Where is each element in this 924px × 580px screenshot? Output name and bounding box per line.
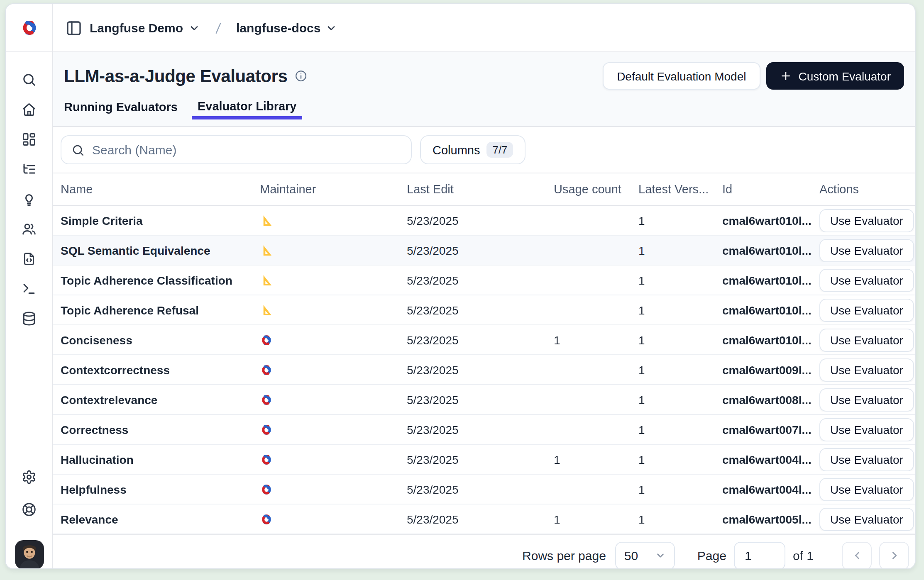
- custom-evaluator-button[interactable]: Custom Evaluator: [766, 62, 904, 90]
- use-evaluator-button[interactable]: Use Evaluator: [819, 388, 914, 411]
- org-switcher[interactable]: Langfuse Demo: [90, 21, 200, 35]
- evaluator-name: Correctness: [53, 423, 260, 436]
- actions-cell: Use Evaluator: [819, 328, 915, 351]
- use-evaluator-button[interactable]: Use Evaluator: [819, 298, 914, 322]
- latest-version-cell: 1: [638, 214, 722, 227]
- table-header-row: Name Maintainer Last Edit Usage count La…: [53, 173, 915, 206]
- evaluator-name: Hallucination: [53, 453, 260, 466]
- chevron-down-icon: [325, 22, 337, 34]
- actions-cell: Use Evaluator: [819, 418, 915, 441]
- evaluator-name: SQL Semantic Equivalence: [53, 244, 260, 257]
- maintainer-cell: [260, 393, 407, 406]
- chevron-down-icon: [188, 22, 200, 34]
- evaluator-name: Relevance: [53, 512, 260, 526]
- page-of-label: of 1: [793, 548, 814, 563]
- langfuse-maintainer-icon: [260, 333, 273, 346]
- table-toolbar: Columns 7/7: [61, 135, 904, 164]
- default-evaluation-model-button[interactable]: Default Evaluation Model: [603, 62, 760, 90]
- maintainer-cell: [260, 512, 407, 526]
- project-switcher[interactable]: langfuse-docs: [236, 21, 337, 35]
- table-row: Contextcorrectness 5/23/2025 1 cmal6wart…: [53, 355, 915, 385]
- home-icon[interactable]: [18, 99, 40, 120]
- latest-version-cell: 1: [638, 303, 722, 317]
- next-page-button[interactable]: [879, 541, 909, 569]
- rows-per-page-select[interactable]: 50: [615, 541, 675, 569]
- file-code-icon[interactable]: [18, 248, 40, 270]
- use-evaluator-button[interactable]: Use Evaluator: [819, 358, 914, 381]
- maintainer-cell: [260, 333, 407, 346]
- actions-cell: Use Evaluator: [819, 448, 915, 471]
- table-row: Topic Adherence Classification 5/23/2025…: [53, 266, 915, 295]
- latest-version-cell: 1: [638, 273, 722, 287]
- search-icon[interactable]: [18, 69, 40, 90]
- database-icon[interactable]: [18, 308, 40, 329]
- use-evaluator-button[interactable]: Use Evaluator: [819, 448, 914, 471]
- table-row: Correctness 5/23/2025 1 cmal6wart007l...…: [53, 415, 915, 445]
- latest-version-cell: 1: [638, 453, 722, 466]
- use-evaluator-button[interactable]: Use Evaluator: [819, 328, 914, 351]
- maintainer-cell: [260, 303, 407, 317]
- evaluator-id-cell: cmal6wart010l...: [722, 333, 819, 346]
- langfuse-maintainer-icon: [260, 393, 273, 406]
- app-card: Langfuse Demo langfuse-docs: [5, 3, 916, 569]
- actions-cell: Use Evaluator: [819, 239, 915, 262]
- panel-left-toggle-icon[interactable]: [66, 19, 82, 36]
- page-number-input[interactable]: [734, 541, 785, 569]
- life-buoy-icon[interactable]: [18, 499, 40, 520]
- table-row: Relevance 5/23/2025 1 1 cmal6wart005l...…: [53, 504, 915, 534]
- list-tree-icon[interactable]: [18, 158, 40, 180]
- users-icon[interactable]: [18, 218, 40, 240]
- usage-count-cell: 1: [554, 453, 638, 466]
- user-avatar[interactable]: [15, 540, 44, 569]
- latest-version-cell: 1: [638, 244, 722, 257]
- last-edit-cell: 5/23/2025: [407, 244, 554, 257]
- info-icon[interactable]: [295, 70, 307, 82]
- actions-cell: Use Evaluator: [819, 209, 915, 232]
- last-edit-cell: 5/23/2025: [407, 273, 554, 287]
- tab-running-evaluators[interactable]: Running Evaluators: [64, 100, 178, 119]
- last-edit-cell: 5/23/2025: [407, 214, 554, 227]
- main-area: LLM-as-a-Judge Evaluators Default Evalua…: [53, 52, 915, 569]
- search-box: [61, 135, 412, 164]
- last-edit-cell: 5/23/2025: [407, 393, 554, 406]
- actions-cell: Use Evaluator: [819, 268, 915, 292]
- use-evaluator-button[interactable]: Use Evaluator: [819, 507, 914, 531]
- column-header-maintainer: Maintainer: [260, 183, 407, 196]
- settings-gear-icon[interactable]: [18, 466, 40, 488]
- langfuse-maintainer-icon: [260, 363, 273, 376]
- evaluator-id-cell: cmal6wart004l...: [722, 483, 819, 496]
- use-evaluator-button[interactable]: Use Evaluator: [819, 239, 914, 262]
- evaluator-id-cell: cmal6wart008l...: [722, 393, 819, 406]
- columns-label: Columns: [433, 143, 480, 156]
- evaluator-id-cell: cmal6wart010l...: [722, 273, 819, 287]
- use-evaluator-button[interactable]: Use Evaluator: [819, 418, 914, 441]
- dashboard-grid-icon[interactable]: [18, 129, 40, 150]
- ragas-maintainer-icon: [260, 214, 273, 227]
- last-edit-cell: 5/23/2025: [407, 423, 554, 436]
- use-evaluator-button[interactable]: Use Evaluator: [819, 478, 914, 501]
- langfuse-logo[interactable]: [6, 4, 53, 52]
- latest-version-cell: 1: [638, 393, 722, 406]
- latest-version-cell: 1: [638, 512, 722, 526]
- latest-version-cell: 1: [638, 333, 722, 346]
- tab-evaluator-library[interactable]: Evaluator Library: [192, 100, 303, 119]
- search-input[interactable]: [92, 143, 401, 157]
- latest-version-cell: 1: [638, 483, 722, 496]
- langfuse-maintainer-icon: [260, 453, 273, 466]
- table-row: Topic Adherence Refusal 5/23/2025 1 cmal…: [53, 295, 915, 325]
- lightbulb-icon[interactable]: [18, 188, 40, 210]
- column-header-id: Id: [722, 183, 819, 196]
- maintainer-cell: [260, 453, 407, 466]
- columns-button[interactable]: Columns 7/7: [420, 135, 526, 164]
- use-evaluator-button[interactable]: Use Evaluator: [819, 268, 914, 292]
- terminal-icon[interactable]: [18, 278, 40, 300]
- previous-page-button[interactable]: [842, 541, 872, 569]
- actions-cell: Use Evaluator: [819, 388, 915, 411]
- actions-cell: Use Evaluator: [819, 507, 915, 531]
- page-header: LLM-as-a-Judge Evaluators Default Evalua…: [53, 52, 915, 127]
- langfuse-maintainer-icon: [260, 483, 273, 496]
- use-evaluator-button[interactable]: Use Evaluator: [819, 209, 914, 232]
- column-header-latest-version: Latest Vers...: [638, 183, 722, 196]
- search-icon: [71, 143, 85, 156]
- last-edit-cell: 5/23/2025: [407, 483, 554, 496]
